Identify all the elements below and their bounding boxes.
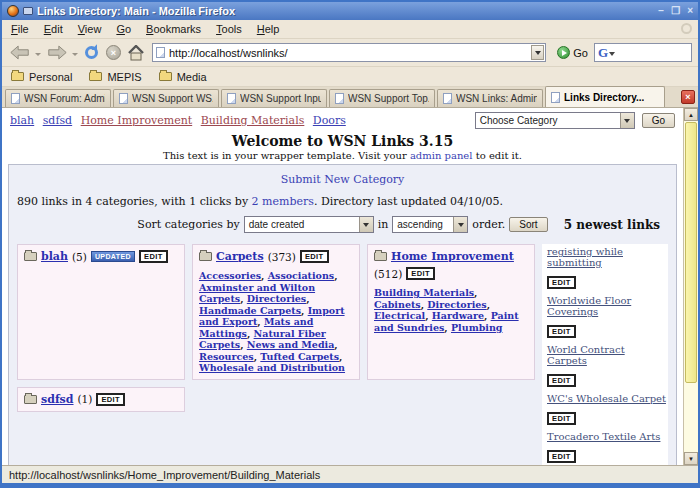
- category-link[interactable]: blah: [41, 250, 68, 263]
- web-search-input[interactable]: G: [594, 43, 692, 62]
- tab-wsn-support-ws[interactable]: WSN Support WS...: [113, 89, 219, 107]
- tab-wsn-links-admin[interactable]: WSN Links: Admin...: [437, 89, 543, 107]
- home-button[interactable]: [126, 44, 146, 62]
- subcategory-link[interactable]: Hardware: [432, 310, 484, 321]
- edit-link-button[interactable]: EDIT: [547, 374, 576, 387]
- subcategory-link[interactable]: Accessories: [199, 270, 261, 281]
- newest-link[interactable]: World Contract Carpets: [547, 344, 666, 366]
- maximize-button[interactable]: ❐: [671, 4, 680, 18]
- tab-page-icon: [119, 93, 128, 104]
- breadcrumb-link-home-improvement[interactable]: Home Improvement: [81, 114, 193, 127]
- subcategory-link[interactable]: Wholesale and Distribution: [199, 362, 345, 373]
- tab-wsn-support-top[interactable]: WSN Support Top...: [329, 89, 435, 107]
- subcategory-link[interactable]: Associations: [268, 270, 335, 281]
- members-link[interactable]: 2 members: [252, 195, 314, 208]
- subcategory-link[interactable]: Directories: [427, 299, 486, 310]
- category-folder-icon: [24, 252, 37, 261]
- sort-field-select[interactable]: date created: [244, 216, 374, 233]
- url-dropdown-button[interactable]: [531, 45, 544, 60]
- address-bar[interactable]: http://localhost/wsnlinks/: [152, 43, 546, 62]
- subcategory-link[interactable]: Plumbing: [451, 322, 503, 333]
- edit-link-button[interactable]: EDIT: [547, 412, 576, 425]
- edit-link-button[interactable]: EDIT: [547, 450, 576, 463]
- choose-category-select[interactable]: Choose Category: [475, 112, 635, 129]
- go-button[interactable]: Go: [553, 46, 592, 59]
- subcategory-link[interactable]: Tufted Carpets: [260, 351, 339, 362]
- subcategory-link[interactable]: Building Materials: [374, 287, 474, 298]
- folder-icon: [159, 72, 172, 81]
- newest-link[interactable]: Worldwide Floor Coverings: [547, 295, 666, 317]
- subcategory-link[interactable]: Cabinets: [374, 299, 421, 310]
- newest-link[interactable]: WC's Wholesale Carpet: [547, 393, 666, 404]
- menu-help[interactable]: Help: [257, 23, 280, 35]
- submit-new-category-link[interactable]: Submit New Category: [281, 173, 405, 186]
- sort-order-value: ascending: [397, 219, 443, 230]
- vertical-scrollbar[interactable]: ▲ ▼: [683, 108, 698, 465]
- edit-category-button[interactable]: EDIT: [406, 267, 435, 280]
- web-page: blah sdfsd Home Improvement Building Mat…: [2, 108, 683, 465]
- category-link[interactable]: sdfsd: [41, 393, 74, 406]
- menu-edit[interactable]: Edit: [44, 23, 63, 35]
- menu-file[interactable]: File: [11, 23, 29, 35]
- edit-category-button[interactable]: EDIT: [139, 250, 168, 263]
- close-tab-button[interactable]: ×: [681, 90, 695, 104]
- category-link[interactable]: Carpets: [216, 250, 264, 263]
- subcategory-link[interactable]: Electrical: [374, 310, 425, 321]
- edit-link-button[interactable]: EDIT: [547, 276, 576, 289]
- subcategory-link[interactable]: Handmade Carpets: [199, 305, 301, 316]
- bookmark-mepis[interactable]: MEPIS: [89, 71, 141, 83]
- bookmark-media[interactable]: Media: [159, 71, 207, 83]
- menu-view[interactable]: View: [78, 23, 102, 35]
- menu-tools[interactable]: Tools: [216, 23, 242, 35]
- select-arrow-icon[interactable]: [620, 113, 634, 128]
- back-button[interactable]: [8, 43, 32, 62]
- menu-bookmarks[interactable]: Bookmarks: [146, 23, 201, 35]
- stop-icon[interactable]: ×: [106, 45, 121, 60]
- newest-link[interactable]: Trocadero Textile Arts: [547, 431, 666, 442]
- reload-icon[interactable]: [85, 46, 98, 59]
- forward-arrow-icon: [46, 44, 68, 61]
- menu-go[interactable]: Go: [116, 23, 131, 35]
- edit-category-button[interactable]: EDIT: [96, 393, 125, 406]
- scroll-up-button[interactable]: ▲: [684, 108, 698, 121]
- scrollbar-thumb[interactable]: [685, 122, 697, 383]
- go-label: Go: [573, 47, 588, 59]
- newest-links-list: registing while submitting EDIT Worldwid…: [542, 244, 668, 465]
- tab-bar: WSN Forum: Admi... WSN Support WS... WSN…: [2, 87, 698, 108]
- welcome-text-suffix: to edit it.: [472, 150, 522, 161]
- category-link[interactable]: Home Improvement: [391, 250, 514, 263]
- tab-label: WSN Links: Admin...: [456, 93, 537, 104]
- search-engine-dropdown-icon[interactable]: [609, 52, 615, 59]
- subcategory-list: Building Materials, Cabinets, Directorie…: [374, 287, 528, 333]
- breadcrumb-link-doors[interactable]: Doors: [313, 114, 346, 127]
- category-go-button[interactable]: Go: [642, 113, 675, 128]
- url-text[interactable]: http://localhost/wsnlinks/: [169, 47, 527, 59]
- scroll-down-button[interactable]: ▼: [684, 452, 698, 465]
- back-dropdown-icon[interactable]: [35, 53, 41, 59]
- breadcrumb-link-sdfsd[interactable]: sdfsd: [43, 114, 72, 127]
- select-arrow-icon[interactable]: [359, 217, 373, 232]
- edit-category-button[interactable]: EDIT: [300, 250, 329, 263]
- edit-link-button[interactable]: EDIT: [547, 325, 576, 338]
- minimize-button[interactable]: −: [658, 4, 664, 18]
- close-button[interactable]: ×: [687, 4, 693, 18]
- breadcrumb-link-building-materials[interactable]: Building Materials: [201, 114, 305, 127]
- newest-link[interactable]: registing while submitting: [547, 246, 666, 268]
- tab-wsn-forum[interactable]: WSN Forum: Admi...: [5, 89, 111, 107]
- admin-panel-link[interactable]: admin panel: [410, 150, 473, 161]
- tab-wsn-support-input[interactable]: WSN Support Inpu...: [221, 89, 327, 107]
- select-arrow-icon[interactable]: [453, 217, 467, 232]
- subcategory-link[interactable]: News and Media: [247, 339, 335, 350]
- forward-dropdown-icon[interactable]: [72, 53, 78, 59]
- category-count: (512): [374, 268, 402, 280]
- breadcrumb-link-blah[interactable]: blah: [10, 114, 34, 127]
- window-pin-icon[interactable]: [23, 7, 33, 15]
- forward-button[interactable]: [45, 43, 69, 62]
- bookmark-personal[interactable]: Personal: [11, 71, 72, 83]
- subcategory-link[interactable]: Resources: [199, 351, 254, 362]
- subcategory-link[interactable]: Directories: [247, 293, 306, 304]
- tab-links-directory-active[interactable]: Links Directory...: [545, 86, 665, 107]
- sort-button[interactable]: Sort: [509, 217, 547, 232]
- sort-order-select[interactable]: ascending: [392, 216, 468, 233]
- stats-suffix: . Directory last updated 04/10/05.: [314, 195, 503, 208]
